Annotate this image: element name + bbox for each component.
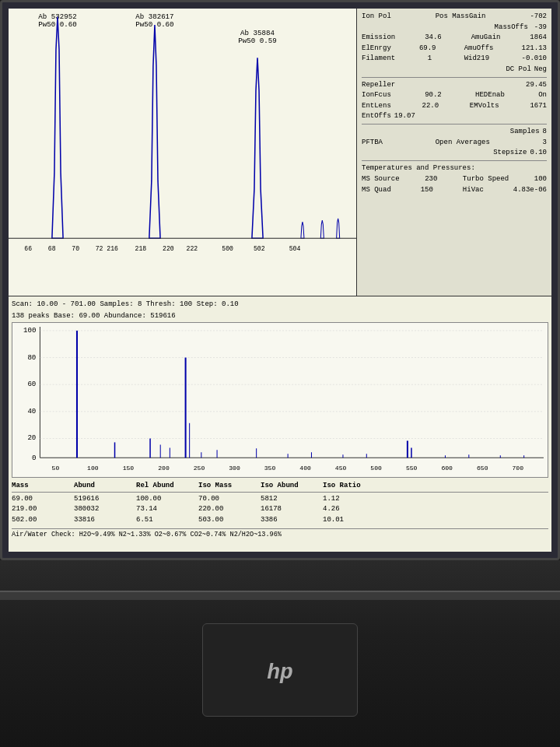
table-row: 502.00 33816 6.51 503.00 3386 10.01 <box>12 515 548 526</box>
svg-text:350: 350 <box>264 465 276 472</box>
ion-focs-label: IonFcus <box>362 90 391 100</box>
amu-offs-label: AmuOffs <box>464 44 494 54</box>
open-averages-val: 3 <box>543 138 547 148</box>
svg-text:218: 218 <box>135 245 147 252</box>
col-rel-abund: Rel Abund <box>136 481 198 492</box>
hed-enab-val: On <box>538 90 547 100</box>
svg-text:500: 500 <box>370 465 382 472</box>
full-spectrum-area: 100 80 60 40 20 0 <box>12 322 548 478</box>
iso-mass-2: 220.00 <box>198 504 261 515</box>
col-mass: Mass <box>12 481 74 492</box>
abund-3: 33816 <box>74 515 136 526</box>
svg-text:100: 100 <box>23 327 36 335</box>
dc-pol-val: Neg <box>534 65 547 75</box>
svg-text:222: 222 <box>187 245 198 252</box>
svg-text:600: 600 <box>441 465 453 472</box>
iso-ratio-2: 4.26 <box>323 504 385 515</box>
abund-1: 519616 <box>74 494 136 505</box>
amu-offs-val: 121.13 <box>522 44 547 54</box>
air-water-check: Air/Water Check: H2O~9.49% N2~1.33% O2~0… <box>12 528 548 538</box>
scan-info-2: 138 peaks Base: 69.00 Abundance: 519616 <box>12 311 548 321</box>
samples-val: 8 <box>543 127 547 137</box>
ion-pol-label: Ion Pol <box>362 12 391 22</box>
ms-source-label: MS Source <box>362 174 400 184</box>
amu-gain-label: AmuGain <box>471 33 501 43</box>
mass-offs-label: MassOffs <box>495 23 528 33</box>
spectra-svg: Ab 532952 Pw50 0.60 Ab 382617 Pw50 0.60 … <box>9 9 356 296</box>
abund-2: 380032 <box>74 504 136 515</box>
col-iso-mass: Iso Mass <box>198 481 261 492</box>
mass-2: 219.00 <box>12 504 74 515</box>
iso-abund-1: 5812 <box>261 494 323 505</box>
pftba-label: PFTBA <box>362 138 383 148</box>
iso-abund-3: 3386 <box>261 515 323 526</box>
table-row: 219.00 380032 73.14 220.00 16178 4.26 <box>12 504 548 515</box>
svg-text:68: 68 <box>48 245 56 252</box>
svg-text:60: 60 <box>27 381 36 388</box>
mass-offs-val: -39 <box>534 23 547 33</box>
svg-text:72 216: 72 216 <box>96 245 118 252</box>
em-volts-label: EMVolts <box>470 101 499 111</box>
ent-offs-val: 19.07 <box>394 111 415 121</box>
spectra-area: Ab 532952 Pw50 0.60 Ab 382617 Pw50 0.60 … <box>9 9 357 296</box>
val-702: -702 <box>530 12 547 22</box>
svg-text:40: 40 <box>27 408 36 416</box>
wid219-label: Wid219 <box>464 54 489 64</box>
svg-text:400: 400 <box>299 465 311 472</box>
ent-lens-label: EntLens <box>362 101 391 111</box>
iso-mass-1: 70.00 <box>198 494 261 505</box>
iso-abund-2: 16178 <box>261 504 323 515</box>
svg-text:450: 450 <box>335 465 347 472</box>
svg-text:220: 220 <box>163 245 174 252</box>
table-row: 69.00 519616 100.00 70.00 5812 1.12 <box>12 494 548 505</box>
screen-content: Ab 532952 Pw50 0.60 Ab 382617 Pw50 0.60 … <box>9 9 551 552</box>
laptop-body: hp <box>0 560 560 747</box>
repeller-label: Repeller <box>362 80 395 90</box>
top-section: Ab 532952 Pw50 0.60 Ab 382617 Pw50 0.60 … <box>9 9 551 296</box>
dc-pol-label: DC Pol <box>506 65 530 75</box>
mass-3: 502.00 <box>12 515 74 526</box>
svg-text:20: 20 <box>27 435 36 443</box>
data-table: Mass Abund Rel Abund Iso Mass Iso Abund … <box>12 481 548 525</box>
svg-text:50: 50 <box>52 465 60 472</box>
amu-gain-val: 1864 <box>530 33 547 43</box>
mass-1: 69.00 <box>12 494 74 505</box>
samples-label: Samples <box>510 127 540 137</box>
svg-text:150: 150 <box>123 465 135 472</box>
em-volts-val: 1671 <box>530 101 547 111</box>
iso-mass-3: 503.00 <box>198 515 261 526</box>
svg-text:550: 550 <box>406 465 418 472</box>
svg-text:Ab  382617: Ab 382617 <box>135 12 173 21</box>
svg-text:100: 100 <box>87 465 99 472</box>
svg-text:80: 80 <box>27 354 36 362</box>
hivac-val: 4.83e-06 <box>513 185 547 195</box>
ion-focs-val: 90.2 <box>425 90 442 100</box>
svg-text:0: 0 <box>32 454 36 462</box>
laptop-screen: Ab 532952 Pw50 0.60 Ab 382617 Pw50 0.60 … <box>0 0 560 560</box>
hed-enab-label: HEDEnab <box>475 90 505 100</box>
iso-ratio-3: 10.01 <box>323 515 385 526</box>
rel-abund-1: 100.00 <box>136 494 198 505</box>
emission-val: 34.6 <box>425 33 442 43</box>
stepsize-label: Stepsize <box>493 148 527 158</box>
svg-text:70: 70 <box>72 245 79 252</box>
svg-text:700: 700 <box>512 465 523 472</box>
pos-mass-gain-label: Pos MassGain <box>436 12 486 22</box>
ent-offs-label: EntOffs <box>362 111 391 121</box>
laptop-hinge <box>0 591 560 600</box>
bottom-section: Scan: 10.00 - 701.00 Samples: 8 Thresh: … <box>9 296 551 552</box>
svg-text:502: 502 <box>254 245 265 252</box>
ms-quad-val: 150 <box>421 185 433 195</box>
svg-rect-25 <box>12 323 548 477</box>
params-area: Ion Pol Pos MassGain -702 MassOffs -39 E… <box>357 9 551 296</box>
svg-text:250: 250 <box>194 465 205 472</box>
full-spectrum-svg: 100 80 60 40 20 0 <box>12 323 548 477</box>
svg-text:Pw50   0.59: Pw50 0.59 <box>238 37 276 45</box>
wid219-val: -0.010 <box>522 54 547 64</box>
open-averages-label: Open Averages <box>436 138 490 148</box>
col-iso-ratio: Iso Ratio <box>323 481 385 492</box>
svg-text:650: 650 <box>477 465 488 472</box>
stepsize-val: 0.10 <box>530 148 547 158</box>
svg-text:66: 66 <box>24 245 32 252</box>
hp-logo: hp <box>267 661 293 685</box>
